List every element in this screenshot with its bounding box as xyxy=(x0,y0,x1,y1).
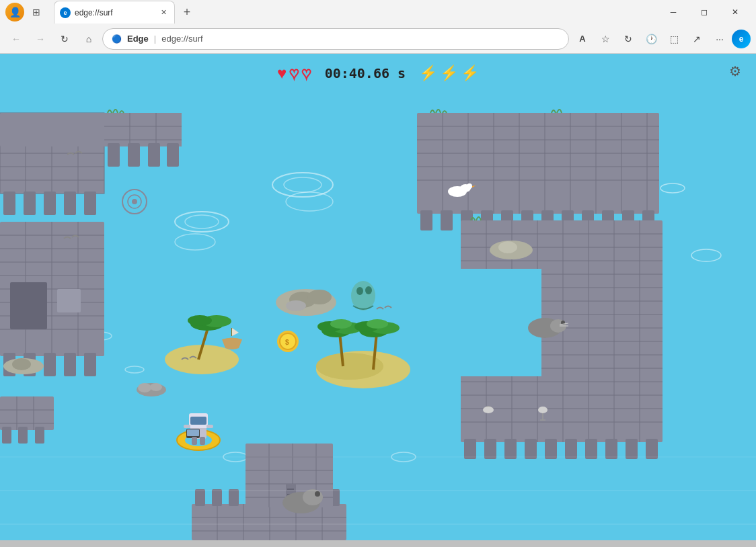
svg-rect-203 xyxy=(184,425,190,428)
read-aloud-button[interactable]: A xyxy=(572,28,593,50)
nav-bar: ← → ↻ ⌂ 🔵 Edge | edge://surf A ☆ ↻ 🕐 ⬚ ↗… xyxy=(0,24,756,54)
lightning-display: ⚡ ⚡ ⚡ xyxy=(419,65,479,82)
svg-rect-51 xyxy=(44,353,56,376)
address-favicon: 🔵 xyxy=(111,34,122,44)
svg-point-159 xyxy=(307,290,332,304)
svg-point-193 xyxy=(538,407,547,413)
home-button[interactable]: ⌂ xyxy=(78,28,100,50)
new-tab-button[interactable]: + xyxy=(178,3,196,22)
svg-point-191 xyxy=(467,183,472,189)
svg-point-172 xyxy=(367,319,388,329)
svg-rect-122 xyxy=(605,439,617,459)
svg-rect-47 xyxy=(10,282,47,329)
svg-rect-60 xyxy=(108,143,120,167)
maximize-button[interactable]: ◻ xyxy=(689,0,720,24)
svg-rect-142 xyxy=(212,489,222,506)
svg-point-174 xyxy=(12,358,31,370)
refresh-button[interactable]: ↻ xyxy=(54,28,75,50)
history-button[interactable]: 🕐 xyxy=(640,28,662,50)
sync-button[interactable]: ↻ xyxy=(617,28,639,50)
settings-button[interactable]: ⚙ xyxy=(724,60,746,82)
svg-point-192 xyxy=(483,407,494,413)
heart-1: ♥ xyxy=(277,64,287,83)
address-separator: | xyxy=(154,34,156,44)
tab-grid-icon[interactable]: ⊞ xyxy=(27,3,46,22)
tabs-container: e edge://surf ✕ + xyxy=(51,0,652,24)
coin: $ xyxy=(277,331,299,352)
svg-rect-61 xyxy=(128,143,140,167)
svg-rect-30 xyxy=(3,192,15,215)
svg-rect-120 xyxy=(565,439,577,459)
svg-point-160 xyxy=(286,300,306,311)
svg-point-208 xyxy=(356,287,363,295)
bird-pelican xyxy=(483,407,494,413)
minimize-button[interactable]: ─ xyxy=(658,0,689,24)
svg-rect-53 xyxy=(84,353,96,376)
svg-rect-133 xyxy=(192,504,346,540)
lightning-2: ⚡ xyxy=(440,65,458,82)
svg-rect-80 xyxy=(441,210,453,230)
svg-point-220 xyxy=(138,383,151,392)
svg-rect-132 xyxy=(35,427,44,444)
svg-rect-125 xyxy=(0,396,54,430)
forward-button[interactable]: → xyxy=(30,28,51,50)
sea-ghost xyxy=(351,281,375,310)
svg-rect-119 xyxy=(545,439,557,459)
title-bar: 👤 ⊞ e edge://surf ✕ + ─ ◻ ✕ xyxy=(0,0,756,24)
svg-rect-64 xyxy=(417,113,659,214)
svg-rect-124 xyxy=(646,439,658,459)
svg-rect-143 xyxy=(229,489,239,506)
platform-top-left xyxy=(0,113,104,376)
svg-point-209 xyxy=(365,286,372,294)
heart-3: ♥ xyxy=(301,64,311,83)
svg-rect-123 xyxy=(626,439,638,459)
address-brand: Edge xyxy=(127,34,149,44)
svg-point-211 xyxy=(303,489,323,505)
svg-point-221 xyxy=(150,383,162,391)
platform-right-tall xyxy=(461,220,663,459)
favorites-button[interactable]: ☆ xyxy=(595,28,616,50)
tab-close-button[interactable]: ✕ xyxy=(158,7,169,18)
svg-rect-117 xyxy=(504,439,517,459)
svg-rect-32 xyxy=(44,192,56,215)
hud: ♥ ♥ ♥ 00:40.66 s ⚡ ⚡ ⚡ xyxy=(0,64,756,83)
share-button[interactable]: ↗ xyxy=(686,28,708,50)
svg-rect-115 xyxy=(464,439,476,459)
tab-title: edge://surf xyxy=(75,8,154,17)
timer-display: 00:40.66 s xyxy=(325,65,406,81)
svg-point-212 xyxy=(315,491,320,497)
svg-rect-200 xyxy=(190,417,206,425)
svg-text:$: $ xyxy=(285,339,289,346)
svg-rect-34 xyxy=(84,192,96,215)
svg-point-182 xyxy=(188,315,212,326)
title-bar-left: 👤 ⊞ xyxy=(5,3,46,22)
close-button[interactable]: ✕ xyxy=(720,0,751,24)
address-url: edge://surf xyxy=(161,34,202,44)
active-tab[interactable]: e edge://surf ✕ xyxy=(54,1,175,24)
svg-rect-63 xyxy=(167,143,179,167)
more-button[interactable]: ··· xyxy=(709,28,730,50)
edge-logo[interactable]: e xyxy=(732,30,751,48)
svg-rect-116 xyxy=(484,439,496,459)
svg-rect-141 xyxy=(195,489,205,506)
island-rocks-small-left xyxy=(3,358,44,374)
lightning-1: ⚡ xyxy=(419,65,437,82)
game-scene: $ xyxy=(0,54,756,540)
svg-rect-55 xyxy=(104,113,182,146)
extensions-button[interactable]: ⬚ xyxy=(663,28,685,50)
svg-rect-52 xyxy=(64,353,76,376)
lightning-3: ⚡ xyxy=(461,65,479,82)
profile-icon[interactable]: 👤 xyxy=(5,3,24,22)
address-bar[interactable]: 🔵 Edge | edge://surf xyxy=(102,28,569,50)
svg-rect-204 xyxy=(206,425,213,428)
back-button[interactable]: ← xyxy=(5,28,27,50)
svg-rect-130 xyxy=(2,427,11,444)
svg-rect-121 xyxy=(585,439,597,459)
svg-rect-33 xyxy=(64,192,76,215)
game-area[interactable]: ♥ ♥ ♥ 00:40.66 s ⚡ ⚡ ⚡ ⚙ xyxy=(0,54,756,540)
rocks-bottom-left xyxy=(137,383,166,396)
svg-rect-131 xyxy=(18,427,28,444)
nav-right-controls: A ☆ ↻ 🕐 ⬚ ↗ ··· e xyxy=(572,28,751,50)
svg-rect-79 xyxy=(420,210,432,230)
svg-rect-114 xyxy=(461,269,541,376)
